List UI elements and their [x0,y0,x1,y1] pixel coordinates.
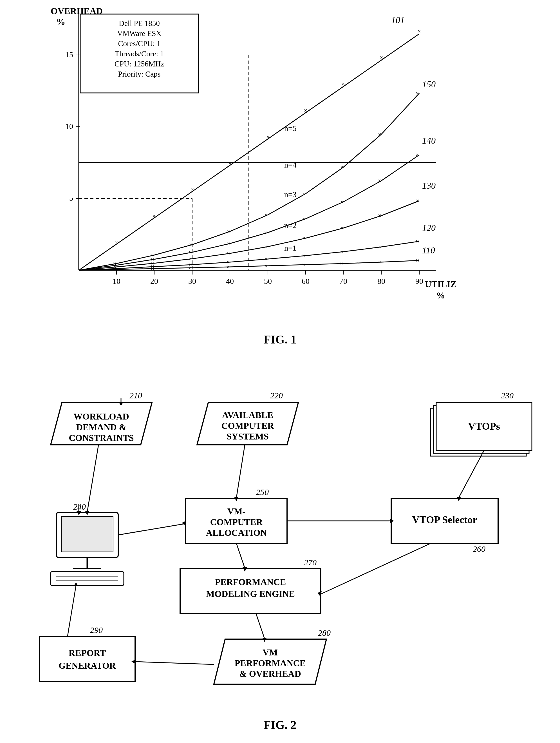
svg-text:×: × [152,212,156,219]
svg-text:×: × [340,164,343,171]
svg-line-172 [67,585,76,636]
svg-text:×: × [340,248,343,255]
svg-text:×: × [416,257,419,264]
svg-text:n=3: n=3 [284,190,296,199]
svg-text:ALLOCATION: ALLOCATION [206,528,267,538]
svg-text:& OVERHEAD: & OVERHEAD [239,669,301,679]
svg-text:UTILIZATION: UTILIZATION [425,279,456,289]
svg-text:×: × [340,260,343,267]
svg-text:15: 15 [65,50,73,59]
svg-text:n=5: n=5 [284,124,296,133]
svg-text:×: × [378,177,381,184]
svg-line-164 [236,543,245,568]
svg-line-160 [118,524,185,535]
svg-text:CONSTRAINTS: CONSTRAINTS [69,433,134,443]
svg-text:VMWare ESX: VMWare ESX [117,29,161,38]
svg-text:10: 10 [65,122,73,131]
svg-text:SYSTEMS: SYSTEMS [227,431,269,441]
svg-text:×: × [302,190,306,197]
svg-text:140: 140 [422,135,436,145]
svg-text:×: × [189,249,192,256]
svg-text:Cores/CPU: 1: Cores/CPU: 1 [118,39,161,48]
svg-text:×: × [378,258,381,265]
svg-text:×: × [418,28,421,35]
svg-text:Threads/Core: 1: Threads/Core: 1 [115,50,164,58]
svg-text:240: 240 [73,502,86,511]
svg-text:290: 290 [90,625,103,635]
svg-text:×: × [340,224,343,231]
svg-text:AVAILABLE: AVAILABLE [222,410,273,420]
svg-text:210: 210 [130,391,142,400]
svg-text:101: 101 [391,15,405,25]
svg-text:×: × [378,212,381,219]
svg-text:COMPUTER: COMPUTER [222,421,274,431]
svg-text:80: 80 [377,277,385,286]
svg-text:Dell PE 1850: Dell PE 1850 [119,19,160,28]
svg-text:60: 60 [302,277,310,286]
svg-text:×: × [264,262,268,269]
svg-text:270: 270 [304,558,317,567]
svg-text:×: × [227,250,230,257]
svg-text:×: × [302,215,306,222]
svg-text:×: × [189,241,192,248]
svg-line-168 [256,614,265,639]
svg-text:VM-: VM- [227,506,245,516]
svg-text:%: % [436,290,445,300]
svg-text:×: × [264,255,268,262]
svg-text:×: × [378,243,381,250]
svg-text:VTOP Selector: VTOP Selector [412,514,477,525]
svg-text:90: 90 [415,277,423,286]
svg-text:×: × [151,252,154,258]
svg-text:n=1: n=1 [284,244,296,252]
svg-text:×: × [227,258,230,265]
svg-text:VTOPs: VTOPs [468,421,500,432]
svg-marker-161 [182,521,186,525]
svg-text:MODELING ENGINE: MODELING ENGINE [206,589,295,599]
svg-text:GENERATOR: GENERATOR [58,660,116,671]
svg-text:120: 120 [422,223,436,233]
svg-text:PERFORMANCE: PERFORMANCE [235,658,306,668]
svg-rect-150 [39,636,135,681]
svg-text:×: × [416,237,419,245]
svg-text:50: 50 [264,277,272,286]
svg-text:10: 10 [112,277,121,286]
svg-text:×: × [227,240,230,247]
svg-text:130: 130 [422,180,436,190]
svg-text:n=4: n=4 [284,161,296,169]
svg-text:×: × [264,229,268,236]
svg-text:×: × [378,131,381,138]
svg-text:Priority: Caps: Priority: Caps [118,70,161,78]
svg-text:110: 110 [422,245,435,255]
svg-text:×: × [302,234,306,242]
svg-text:×: × [190,186,194,193]
svg-line-170 [135,662,214,664]
svg-text:PERFORMANCE: PERFORMANCE [215,577,286,587]
svg-text:×: × [264,243,268,250]
svg-text:×: × [342,80,345,87]
svg-text:×: × [115,238,118,246]
svg-text:VM: VM [263,647,277,657]
svg-line-156 [236,445,245,498]
fig1-chart: 5 10 15 10 20 30 40 50 60 70 80 90 OVERH… [34,6,456,321]
svg-text:230: 230 [501,391,514,400]
svg-text:×: × [227,228,230,235]
svg-text:×: × [416,197,419,204]
svg-text:DEMAND &: DEMAND & [76,422,127,432]
svg-text:280: 280 [318,628,331,638]
svg-text:WORKLOAD: WORKLOAD [74,411,129,422]
svg-text:20: 20 [150,277,158,286]
svg-text:COMPUTER: COMPUTER [210,517,263,527]
svg-text:150: 150 [422,79,436,89]
svg-text:×: × [302,261,306,268]
svg-text:40: 40 [226,277,234,286]
svg-text:n=2: n=2 [284,221,296,230]
svg-text:×: × [113,260,116,267]
fig2-diagram: WORKLOAD DEMAND & CONSTRAINTS 210 AVAILA… [22,366,560,743]
svg-text:×: × [304,107,307,114]
fig2-title: FIG. 2 [0,718,560,732]
fig1-section: 5 10 15 10 20 30 40 50 60 70 80 90 OVERH… [0,0,560,355]
svg-rect-124 [61,516,113,552]
svg-line-166 [321,543,430,594]
svg-text:×: × [380,54,383,61]
svg-text:×: × [416,90,419,97]
